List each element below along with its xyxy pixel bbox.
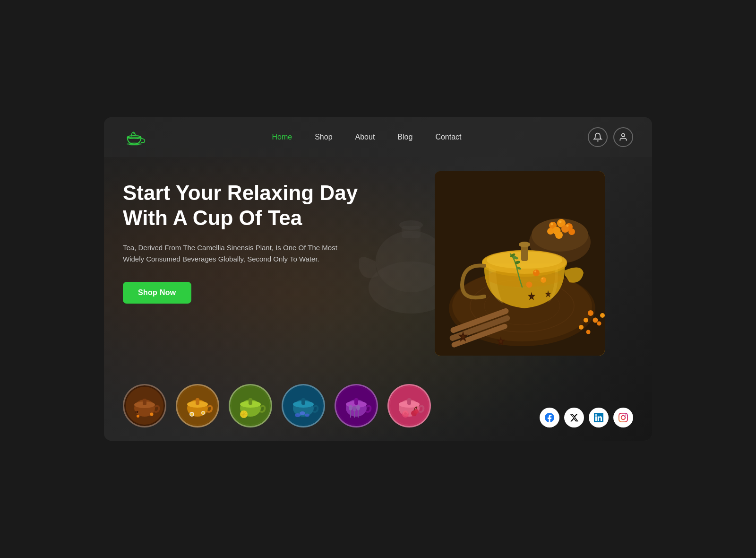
hero-section: Start Your Relaxing Day With A Cup Of Te… [104,157,652,384]
hero-subtitle: Tea, Derived From The Camellia Sinensis … [123,242,359,265]
nav-actions [588,127,633,147]
twitter-icon [569,413,579,422]
svg-point-55 [600,313,605,318]
hero-content: Start Your Relaxing Day With A Cup Of Te… [123,171,416,304]
svg-rect-77 [249,398,252,405]
thumbnail-orange-tea[interactable] [176,384,219,427]
svg-point-47 [526,282,533,288]
nav-link-blog[interactable]: Blog [397,133,412,141]
svg-point-64 [137,415,139,418]
nav-item-about[interactable]: About [355,133,375,141]
svg-point-94 [349,405,352,410]
svg-point-45 [541,277,546,283]
thumb-inner-6 [389,385,430,426]
thumb-inner-4 [283,385,324,426]
svg-point-30 [551,223,553,226]
notification-button[interactable] [588,127,608,147]
nav-links: Home Shop About Blog Contact [272,133,461,141]
facebook-icon [545,413,554,422]
svg-point-54 [593,318,598,323]
browser-window: Home Shop About Blog Contact [104,117,652,441]
svg-point-19 [499,340,502,343]
nav-link-contact[interactable]: Contact [435,133,461,141]
svg-point-57 [579,325,584,330]
svg-point-87 [295,413,301,417]
svg-point-103 [404,412,407,415]
nav-link-home[interactable]: Home [272,133,292,141]
svg-point-71 [190,413,193,416]
svg-rect-69 [196,398,199,405]
instagram-icon [619,413,628,422]
bell-icon [593,132,602,142]
user-account-button[interactable] [613,127,633,147]
svg-point-58 [586,330,591,334]
social-bar [540,408,633,427]
svg-point-95 [352,406,356,411]
user-icon [619,132,628,142]
thumb-inner-2 [177,385,218,426]
nav-item-blog[interactable]: Blog [397,133,412,141]
svg-rect-93 [354,398,358,405]
thumb-inner-1 [124,385,165,426]
hero-image [435,171,605,356]
twitter-button[interactable] [564,408,584,427]
nav-item-shop[interactable]: Shop [315,133,332,141]
svg-point-49 [530,295,533,297]
shop-now-button[interactable]: Shop Now [123,282,191,304]
thumbnail-black-tea[interactable] [123,384,166,427]
svg-point-73 [202,412,205,414]
svg-point-27 [547,228,554,235]
svg-point-31 [559,221,562,223]
svg-rect-100 [407,398,411,405]
thumbnail-rose-tea[interactable] [387,384,431,427]
nav-item-contact[interactable]: Contact [435,133,461,141]
svg-point-96 [356,405,360,410]
svg-point-17 [462,335,465,339]
svg-point-29 [555,231,563,239]
svg-point-89 [305,414,309,417]
svg-point-43 [533,270,540,276]
svg-point-56 [597,322,601,326]
instagram-button[interactable] [613,408,633,427]
thumbnail-lavender-tea[interactable] [335,384,378,427]
thumbnail-green-tea[interactable] [229,384,272,427]
logo-icon [123,126,146,148]
tea-illustration [435,171,605,356]
nav-link-shop[interactable]: Shop [315,133,332,141]
svg-point-51 [547,293,549,295]
svg-point-52 [588,310,593,316]
linkedin-button[interactable] [589,408,609,427]
logo-area [123,126,146,148]
svg-point-88 [300,411,305,415]
svg-point-46 [541,278,543,279]
thumbnail-blue-tea[interactable] [282,384,325,427]
thumb-inner-5 [336,385,377,426]
svg-point-7 [622,134,625,137]
svg-point-32 [567,225,569,227]
svg-point-44 [534,270,536,272]
svg-point-28 [568,228,575,235]
svg-rect-86 [301,398,305,405]
navbar: Home Shop About Blog Contact [104,117,652,157]
nav-item-home[interactable]: Home [272,133,292,141]
hero-title: Start Your Relaxing Day With A Cup Of Te… [123,181,416,231]
svg-rect-62 [143,399,146,405]
svg-point-65 [150,413,154,416]
linkedin-icon [594,413,603,422]
svg-point-53 [584,318,588,323]
facebook-button[interactable] [540,408,559,427]
svg-point-38 [519,242,530,247]
svg-point-105 [414,409,419,414]
nav-link-about[interactable]: About [355,133,375,141]
thumb-inner-3 [230,385,271,426]
